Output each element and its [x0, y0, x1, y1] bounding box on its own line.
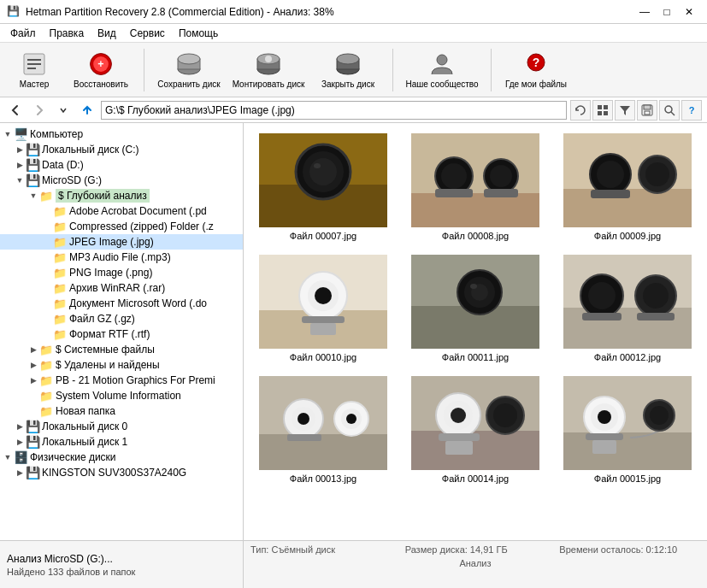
sidebar-item-word[interactable]: 📁 Документ Microsoft Word (.do — [0, 296, 243, 311]
sidebar-item-deleted[interactable]: ▶ 📁 $ Удалены и найдены — [0, 357, 243, 373]
kingston-icon: 💾 — [26, 466, 39, 479]
sidebar-item-jpeg[interactable]: 📁 JPEG Image (.jpg) — [0, 234, 243, 250]
file-thumb-file-11[interactable]: Файл 00011.jpg — [403, 251, 548, 366]
local-c-label: Локальный диск (C:) — [42, 144, 139, 156]
dropdown-button[interactable] — [53, 100, 74, 121]
file-thumb-file-13[interactable]: Файл 00013.jpg — [250, 373, 396, 487]
sidebar-item-computer[interactable]: ▼ 🖥️ Компьютер — [0, 126, 243, 142]
thumb-image-file-8 — [411, 133, 539, 227]
svg-point-9 — [178, 54, 200, 64]
wizard-button[interactable]: Мастер — [7, 47, 62, 93]
community-icon — [428, 50, 456, 78]
menu-help[interactable]: Помощь — [172, 26, 225, 41]
address-actions: ? — [570, 100, 702, 121]
sidebar-item-compressed[interactable]: 📁 Compressed (zipped) Folder (.z — [0, 219, 243, 234]
file-thumb-file-9[interactable]: Файл 00009.jpg — [555, 130, 700, 244]
expand-kingston[interactable]: ▶ — [14, 467, 26, 479]
maximize-button[interactable]: □ — [656, 3, 678, 21]
back-button[interactable] — [5, 100, 26, 121]
refresh-button[interactable] — [570, 100, 591, 121]
close-button[interactable]: ✕ — [678, 3, 700, 21]
expand-sysfiles[interactable]: ▶ — [27, 344, 39, 356]
svg-rect-23 — [604, 111, 608, 115]
sidebar-item-local-c[interactable]: ▶ 💾 Локальный диск (C:) — [0, 142, 243, 157]
expand-disk1[interactable]: ▶ — [14, 436, 26, 448]
up-button[interactable] — [77, 100, 97, 121]
menu-file[interactable]: Файл — [3, 26, 43, 41]
expand-disk0[interactable]: ▶ — [14, 420, 26, 432]
help-button[interactable]: ? — [681, 100, 702, 121]
filter-button[interactable] — [615, 100, 635, 121]
svg-point-84 — [451, 408, 466, 423]
expand-computer[interactable]: ▼ — [2, 128, 14, 140]
sidebar-item-sysvolinfo[interactable]: 📁 System Volume Information — [0, 388, 243, 403]
minimize-button[interactable]: — — [633, 3, 656, 21]
sidebar-item-rtf[interactable]: 📁 Формат RTF (.rtf) — [0, 326, 243, 342]
main-area: ▼ 🖥️ Компьютер ▶ 💾 Локальный диск (C:) ▶… — [0, 123, 707, 540]
restore-button[interactable]: + Восстановить — [68, 47, 133, 93]
expand-motion[interactable]: ▶ — [27, 374, 39, 386]
progress-cell: Анализ ✕ — [244, 558, 707, 588]
address-input[interactable] — [101, 101, 567, 120]
data-d-label: Data (D:) — [42, 159, 84, 171]
expand-microsd[interactable]: ▼ — [14, 174, 26, 186]
physical-label: Физические диски — [30, 451, 116, 463]
sidebar-item-gz[interactable]: 📁 Файл GZ (.gz) — [0, 311, 243, 326]
close-disk-button[interactable]: Закрыть диск — [314, 47, 382, 93]
jpeg-icon: 📁 — [53, 235, 67, 249]
file-thumb-file-8[interactable]: Файл 00008.jpg — [403, 130, 548, 244]
sidebar-item-mp3[interactable]: 📁 MP3 Audio File (.mp3) — [0, 250, 243, 265]
save-disk-button[interactable]: Сохранить диск — [155, 47, 223, 93]
menu-edit[interactable]: Правка — [43, 26, 91, 41]
deep-label: $ Глубокий анализ — [56, 189, 150, 203]
svg-rect-90 — [563, 432, 692, 470]
compressed-icon: 📁 — [53, 220, 67, 233]
find-files-label: Где мои файлы — [505, 79, 567, 89]
save-list-button[interactable] — [637, 100, 657, 121]
sidebar-item-png[interactable]: 📁 PNG Image (.png) — [0, 265, 243, 280]
view-mode-button[interactable] — [592, 100, 613, 121]
menu-view[interactable]: Вид — [91, 26, 123, 41]
sidebar-item-data-d[interactable]: ▶ 💾 Data (D:) — [0, 157, 243, 173]
jpeg-label: JPEG Image (.jpg) — [69, 236, 154, 248]
thumb-image-file-14 — [411, 376, 539, 470]
window-controls: — □ ✕ — [633, 3, 700, 21]
sidebar-item-kingston[interactable]: ▶ 💾 KINGSTON SUV300S37A240G — [0, 465, 243, 480]
search-button[interactable] — [659, 100, 680, 121]
svg-point-17 — [437, 55, 447, 65]
sidebar-item-winrar[interactable]: 📁 Архив WinRAR (.rar) — [0, 280, 243, 296]
deleted-icon: 📁 — [39, 358, 53, 372]
sidebar-item-physical[interactable]: ▼ 🗄️ Физические диски — [0, 450, 243, 465]
community-button[interactable]: Наше сообщество — [404, 47, 480, 93]
find-files-button[interactable]: ? Где мои файлы — [502, 47, 570, 93]
sidebar-item-disk0[interactable]: ▶ 💾 Локальный диск 0 — [0, 419, 243, 434]
mp3-icon: 📁 — [53, 250, 67, 264]
thumb-image-file-13 — [259, 376, 387, 470]
svg-point-41 — [490, 165, 512, 187]
file-thumb-file-15[interactable]: Файл 00015.jpg — [555, 373, 700, 487]
thumb-label-file-10: Файл 00010.jpg — [290, 352, 356, 362]
sidebar-item-disk1[interactable]: ▶ 💾 Локальный диск 1 — [0, 434, 243, 450]
expand-deleted[interactable]: ▶ — [27, 359, 39, 371]
file-thumb-file-14[interactable]: Файл 00014.jpg — [403, 373, 548, 487]
expand-deep[interactable]: ▼ — [27, 190, 39, 202]
status-right: Тип: Съёмный диск Размер диска: 14,91 ГБ… — [244, 541, 707, 588]
sidebar-item-newfolder[interactable]: 📁 Новая папка — [0, 403, 243, 419]
forward-button[interactable] — [29, 100, 50, 121]
file-thumb-file-10[interactable]: Файл 00010.jpg — [250, 251, 396, 366]
sidebar-item-motion[interactable]: ▶ 📁 PB - 21 Motion Graphics For Premi — [0, 373, 243, 388]
sidebar-item-sysfiles[interactable]: ▶ 📁 $ Системные файлы — [0, 342, 243, 357]
wizard-icon — [21, 50, 48, 78]
expand-data-d[interactable]: ▶ — [14, 159, 26, 171]
svg-rect-72 — [259, 434, 387, 470]
expand-physical[interactable]: ▼ — [2, 451, 14, 463]
menu-service[interactable]: Сервис — [123, 26, 172, 41]
sidebar-item-adobe[interactable]: 📁 Adobe Acrobat Document (.pd — [0, 203, 243, 219]
mount-disk-button[interactable]: Монтировать диск — [230, 47, 307, 93]
expand-local-c[interactable]: ▶ — [14, 144, 26, 156]
find-files-icon: ? — [522, 50, 550, 78]
file-thumb-file-7[interactable]: Файл 00007.jpg — [250, 130, 396, 244]
file-thumb-file-12[interactable]: Файл 00012.jpg — [555, 251, 700, 366]
sidebar-item-deep[interactable]: ▼ 📁 $ Глубокий анализ — [0, 188, 243, 203]
sidebar-item-microsd[interactable]: ▼ 💾 MicroSD (G:) — [0, 173, 243, 188]
